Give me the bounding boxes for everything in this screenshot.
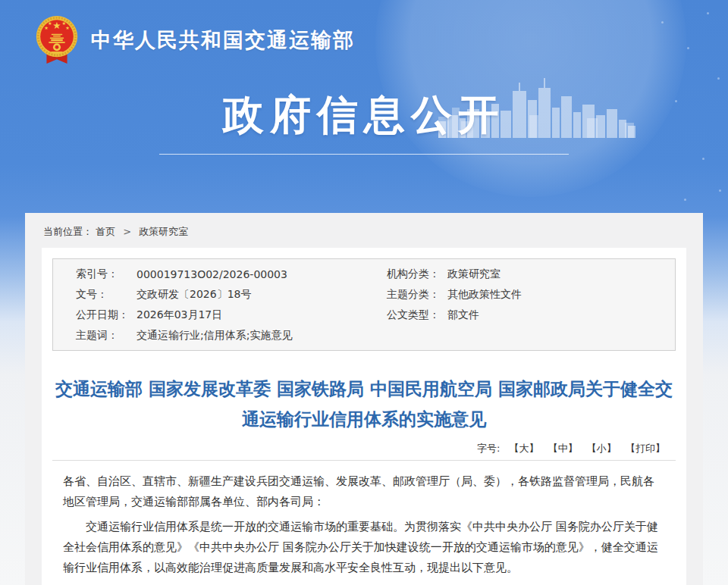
- national-emblem-icon: ★ ★ ★ ★ ★: [33, 14, 80, 67]
- print-button[interactable]: 【打印】: [626, 443, 665, 454]
- decor-dot: [687, 47, 689, 49]
- banner-underline: [159, 154, 569, 155]
- site-header: ★ ★ ★ ★ ★ 中华人民共和国交通运输部: [33, 14, 355, 67]
- meta-label: 主题分类：: [364, 288, 447, 302]
- breadcrumb-separator: >: [123, 226, 131, 237]
- decor-dot: [717, 77, 720, 80]
- meta-row: 机构分类： 政策研究室: [364, 264, 675, 284]
- meta-column-left: 索引号： 000019713O02/2026-00003 文号： 交政研发〔20…: [53, 264, 364, 346]
- font-size-small-button[interactable]: 【小】: [587, 443, 617, 454]
- meta-value: 交政研发〔2026〕18号: [136, 288, 364, 302]
- meta-label: 公开日期：: [53, 308, 136, 322]
- document-panel: 索引号： 000019713O02/2026-00003 文号： 交政研发〔20…: [42, 248, 686, 585]
- meta-row: 文号： 交政研发〔2026〕18号: [53, 284, 364, 305]
- svg-text:★: ★: [44, 25, 49, 30]
- decor-dot: [702, 158, 704, 160]
- meta-row: 主题分类： 其他政策性文件: [364, 284, 675, 305]
- meta-value: 部文件: [447, 308, 675, 322]
- meta-column-right: 机构分类： 政策研究室 主题分类： 其他政策性文件 公文类型： 部文件: [364, 264, 675, 346]
- meta-row: 主题词： 交通运输行业;信用体系;实施意见: [53, 325, 364, 346]
- breadcrumb-current-link[interactable]: 政策研究室: [139, 226, 188, 237]
- meta-row: 索引号： 000019713O02/2026-00003: [53, 264, 364, 284]
- meta-value: 交通运输行业;信用体系;实施意见: [136, 329, 364, 343]
- svg-text:★: ★: [48, 20, 52, 26]
- decor-dot: [684, 199, 686, 201]
- breadcrumb-home-link[interactable]: 首页: [96, 226, 115, 237]
- font-size-label: 字号:: [477, 443, 500, 454]
- meta-box: 索引号： 000019713O02/2026-00003 文号： 交政研发〔20…: [52, 258, 676, 351]
- font-size-large-button[interactable]: 【大】: [510, 443, 539, 454]
- meta-value: 000019713O02/2026-00003: [136, 268, 364, 280]
- meta-row: 公文类型： 部文件: [364, 305, 675, 325]
- breadcrumb-label: 当前位置：: [43, 226, 93, 237]
- content-wrapper: 当前位置： 首页 > 政策研究室 索引号： 000019713O02/2026-…: [25, 213, 703, 585]
- meta-label: 文号：: [53, 288, 136, 302]
- meta-label: 主题词：: [53, 329, 136, 343]
- svg-text:★: ★: [65, 25, 70, 30]
- font-size-medium-button[interactable]: 【中】: [548, 443, 578, 454]
- article-body: 各省、自治区、直辖市、新疆生产建设兵团交通运输、发展改革、邮政管理厅（局、委），…: [63, 471, 665, 585]
- meta-value: 政策研究室: [447, 267, 675, 281]
- meta-value: 2026年03月17日: [136, 308, 364, 322]
- svg-text:★: ★: [52, 20, 61, 31]
- banner-title: 政府信息公开: [0, 88, 728, 143]
- title-divider: [52, 460, 676, 461]
- meta-label: 机构分类：: [364, 267, 447, 281]
- document-title: 交通运输部 国家发展改革委 国家铁路局 中国民用航空局 国家邮政局关于健全交通运…: [54, 374, 674, 434]
- decor-dot: [719, 189, 721, 192]
- paragraph-intro: 交通运输行业信用体系是统一开放的交通运输市场的重要基础。为贯彻落实《中共中央办公…: [63, 517, 665, 578]
- decor-dot: [661, 21, 664, 23]
- page: ★ ★ ★ ★ ★ 中华人民共和国交通运输部 政府信息公开 当前位置： 首页 >: [0, 0, 728, 585]
- breadcrumb: 当前位置： 首页 > 政策研究室: [25, 213, 703, 248]
- paragraph-recipients: 各省、自治区、直辖市、新疆生产建设兵团交通运输、发展改革、邮政管理厅（局、委），…: [63, 471, 665, 512]
- meta-label: 索引号：: [53, 267, 136, 281]
- font-controls: 字号: 【大】 【中】 【小】 【打印】: [63, 442, 665, 455]
- meta-row: 公开日期： 2026年03月17日: [53, 305, 364, 325]
- meta-label: 公文类型：: [364, 308, 447, 322]
- decor-dot: [707, 12, 709, 14]
- site-title: 中华人民共和国交通运输部: [91, 27, 355, 54]
- meta-value: 其他政策性文件: [447, 288, 675, 302]
